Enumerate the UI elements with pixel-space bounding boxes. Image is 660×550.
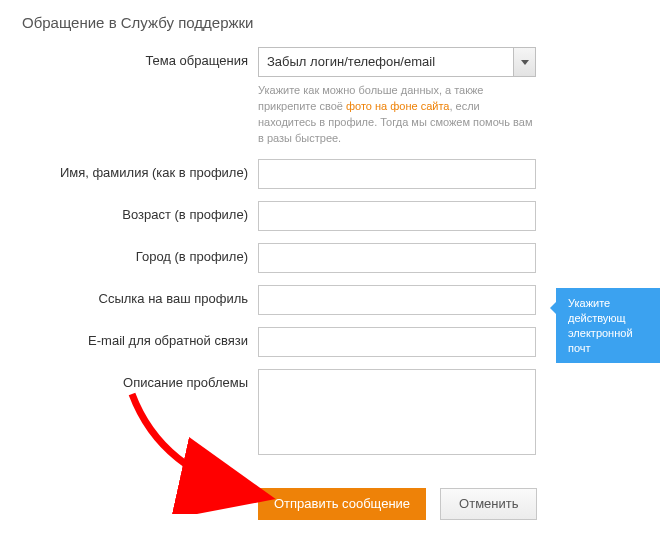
profile-link-input[interactable] bbox=[258, 285, 536, 315]
topic-select-value: Забыл логин/телефон/email bbox=[258, 47, 536, 77]
name-input[interactable] bbox=[258, 159, 536, 189]
email-input[interactable] bbox=[258, 327, 536, 357]
page-title: Обращение в Службу поддержки bbox=[0, 0, 660, 47]
profile-link-label: Ссылка на ваш профиль bbox=[0, 285, 258, 306]
submit-button[interactable]: Отправить сообщение bbox=[258, 488, 426, 520]
name-label: Имя, фамилия (как в профиле) bbox=[0, 159, 258, 180]
city-label: Город (в профиле) bbox=[0, 243, 258, 264]
topic-select[interactable]: Забыл логин/телефон/email bbox=[258, 47, 536, 77]
photo-link[interactable]: фото на фоне сайта bbox=[346, 100, 449, 112]
age-label: Возраст (в профиле) bbox=[0, 201, 258, 222]
cancel-button[interactable]: Отменить bbox=[440, 488, 537, 520]
chevron-down-icon bbox=[521, 60, 529, 65]
description-textarea[interactable] bbox=[258, 369, 536, 455]
age-input[interactable] bbox=[258, 201, 536, 231]
city-input[interactable] bbox=[258, 243, 536, 273]
dropdown-button[interactable] bbox=[513, 48, 535, 76]
topic-label: Тема обращения bbox=[0, 47, 258, 68]
email-label: E-mail для обратной связи bbox=[0, 327, 258, 348]
topic-hint: Укажите как можно больше данных, а также… bbox=[258, 83, 536, 147]
description-label: Описание проблемы bbox=[0, 369, 258, 390]
email-tooltip: Укажите действующэлектронной почт bbox=[556, 288, 660, 363]
